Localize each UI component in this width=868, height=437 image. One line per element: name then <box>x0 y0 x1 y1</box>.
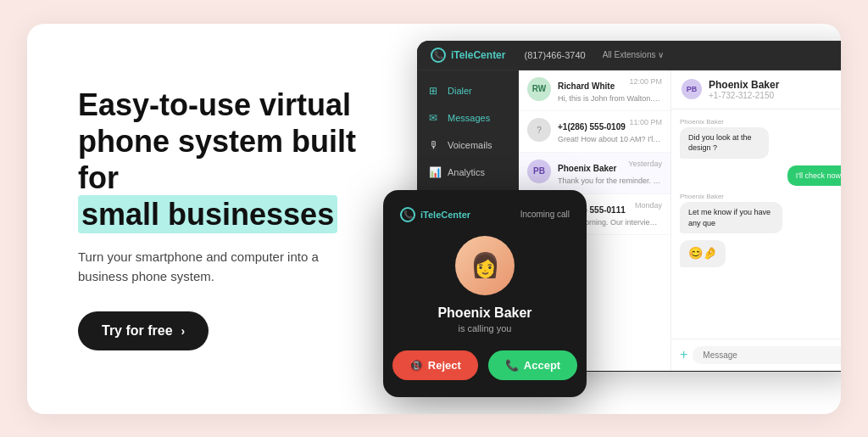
chat-info-richard: Richard White 12:00 PM Hi, this is John … <box>558 77 662 104</box>
incoming-call-modal: 📞 iTeleCenter Incoming call 👩 Phoenix Ba… <box>383 190 587 397</box>
chat-time-unknown2: Monday <box>635 201 662 210</box>
logo-icon: 📞 <box>431 48 446 63</box>
sidebar-item-dialer[interactable]: ⊞ Dialer <box>417 77 519 104</box>
msg-text-3: Let me know if you have any que <box>680 202 782 233</box>
headline: Easy-to-use virtual phone system built f… <box>78 87 358 233</box>
msg-text-1: Did you look at the design ? <box>680 127 769 159</box>
call-logo-icon: 📞 <box>400 207 415 222</box>
cta-label: Try for free <box>102 323 173 339</box>
sidebar-item-messages[interactable]: ✉ Messages <box>417 104 519 132</box>
message-input-row[interactable]: + <box>671 339 841 371</box>
call-status: Incoming call <box>520 210 570 219</box>
message-row-1: Phoenix Baker Did you look at the design… <box>680 118 841 159</box>
call-app-label: iTeleCenter <box>420 210 470 220</box>
active-chat-name: Phoenix Baker <box>709 79 779 91</box>
accept-label: Accept <box>524 359 560 372</box>
chat-name-unknown1: +1(286) 555-0109 <box>558 122 626 132</box>
caller-emoji: 👩 <box>470 251 500 279</box>
reject-button[interactable]: 📵 Reject <box>392 350 478 380</box>
accept-button[interactable]: 📞 Accept <box>488 350 577 380</box>
sidebar-label-messages: Messages <box>448 113 490 123</box>
chat-preview-phoenix: Thank you for the reminder. I'll be read… <box>558 176 662 187</box>
call-avatar: 👩 <box>455 236 515 295</box>
messages-area: Phoenix Baker Did you look at the design… <box>671 109 841 339</box>
chevron-icon: › <box>181 324 186 338</box>
message-row-2: I'll check now <box>680 165 841 187</box>
message-header: PB Phoenix Baker +1-732-312-2150 <box>671 70 841 109</box>
headline-highlight: small businesses <box>78 195 337 233</box>
avatar-unknown1: ? <box>527 118 551 142</box>
sidebar-label-dialer: Dialer <box>448 86 472 96</box>
message-bubble-1: Phoenix Baker Did you look at the design… <box>680 118 791 159</box>
avatar-phoenix: PB <box>527 160 551 183</box>
messages-icon: ✉ <box>429 112 441 124</box>
accept-phone-icon: 📞 <box>505 359 519 372</box>
chat-item-unknown1[interactable]: ? +1(286) 555-0109 11:00 PM Great! How a… <box>519 111 670 153</box>
cta-button[interactable]: Try for free › <box>78 311 209 350</box>
sidebar-item-analytics[interactable]: 📊 Analytics <box>417 159 519 186</box>
header-name-area: Phoenix Baker +1-732-312-2150 <box>709 79 779 100</box>
chat-info-unknown1: +1(286) 555-0109 11:00 PM Great! How abo… <box>558 118 662 145</box>
message-bubble-3: Phoenix Baker Let me know if you have an… <box>680 193 809 233</box>
avatar-active: PB <box>682 79 702 99</box>
chat-time-phoenix: Yesterday <box>628 160 662 168</box>
caller-label: is calling you <box>400 323 570 333</box>
chat-preview-richard: Hi, this is John from Walton. We receive… <box>558 94 662 104</box>
avatar-richard: RW <box>527 77 551 101</box>
msg-sender-1: Phoenix Baker <box>680 118 791 126</box>
reject-phone-icon: 📵 <box>409 359 423 372</box>
plus-icon[interactable]: + <box>680 347 687 362</box>
chat-preview-unknown1: Great! How about 10 AM? I'll call you at… <box>558 135 662 145</box>
voicemails-icon: 🎙 <box>429 139 441 151</box>
msg-sender-3: Phoenix Baker <box>680 193 809 200</box>
msg-text-4: 😊🤌 <box>680 240 726 267</box>
subtitle: Turn your smartphone and computer into a… <box>78 248 358 286</box>
msg-text-2: I'll check now <box>787 165 841 187</box>
headline-line2: phone system built for <box>78 124 356 195</box>
message-row-3: Phoenix Baker Let me know if you have an… <box>680 193 841 233</box>
message-row-4: 😊🤌 <box>680 240 841 267</box>
chat-time-unknown1: 11:00 PM <box>629 118 662 126</box>
chat-info-phoenix: Phoenix Baker Yesterday Thank you for th… <box>558 160 662 187</box>
sidebar-label-voicemails: Voicemails <box>448 140 492 150</box>
message-panel: PB Phoenix Baker +1-732-312-2150 Phoenix… <box>671 70 841 371</box>
reject-label: Reject <box>428 359 461 372</box>
extensions-label: All Extensions ∨ <box>603 50 665 59</box>
caller-name: Phoenix Baker <box>400 305 570 321</box>
right-panel: 📞 iTeleCenter (817)466-3740 All Extensio… <box>366 41 841 414</box>
analytics-icon: 📊 <box>429 166 441 178</box>
call-header: 📞 iTeleCenter Incoming call <box>400 207 570 222</box>
app-name: iTeleCenter <box>451 49 505 61</box>
app-topbar: 📞 iTeleCenter (817)466-3740 All Extensio… <box>417 41 841 70</box>
sidebar-label-analytics: Analytics <box>448 167 485 177</box>
active-chat-phone: +1-732-312-2150 <box>709 91 779 100</box>
chat-item-richard[interactable]: RW Richard White 12:00 PM Hi, this is Jo… <box>519 70 670 112</box>
message-input[interactable] <box>693 346 841 364</box>
chat-time-richard: 12:00 PM <box>629 77 662 86</box>
chat-name-phoenix: Phoenix Baker <box>558 164 616 173</box>
chat-item-phoenix[interactable]: PB Phoenix Baker Yesterday Thank you for… <box>519 153 670 194</box>
call-avatar-area: 👩 <box>400 236 570 295</box>
headline-line1: Easy-to-use virtual <box>78 87 351 122</box>
sidebar-item-voicemails[interactable]: 🎙 Voicemails <box>417 132 519 159</box>
call-buttons: 📵 Reject 📞 Accept <box>400 350 570 380</box>
call-app-name: 📞 iTeleCenter <box>400 207 470 222</box>
left-panel: Easy-to-use virtual phone system built f… <box>27 36 400 402</box>
main-card: Easy-to-use virtual phone system built f… <box>27 24 841 414</box>
dialer-icon: ⊞ <box>429 85 441 97</box>
phone-number: (817)466-3740 <box>524 50 585 60</box>
app-logo: 📞 iTeleCenter <box>431 48 505 63</box>
chat-name-richard: Richard White <box>558 81 615 91</box>
